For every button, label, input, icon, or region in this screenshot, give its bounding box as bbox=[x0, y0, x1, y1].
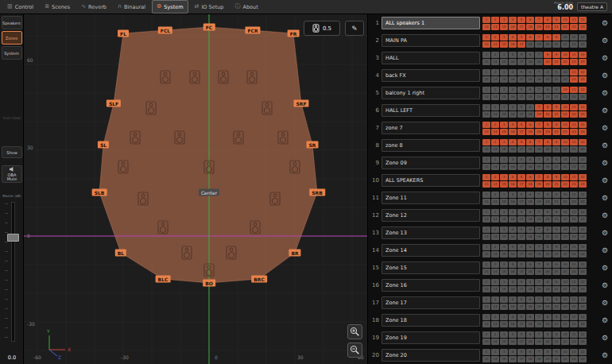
speaker-cell[interactable]: 3 bbox=[500, 139, 508, 145]
speaker-cell[interactable]: 12 bbox=[579, 139, 587, 145]
speaker-cell[interactable]: 7 bbox=[535, 209, 543, 215]
speaker-cell[interactable]: 7 bbox=[535, 244, 543, 250]
speaker-cell[interactable]: 2 bbox=[491, 314, 499, 320]
speaker-cell[interactable]: 18 bbox=[526, 304, 534, 310]
speaker-cell[interactable]: 6 bbox=[526, 192, 534, 198]
speaker-cell[interactable]: 21 bbox=[552, 199, 560, 205]
speaker-cell[interactable]: 19 bbox=[535, 356, 543, 362]
speaker-cell[interactable]: 22 bbox=[561, 304, 569, 310]
speaker-cell[interactable]: 2 bbox=[491, 157, 499, 163]
speaker-cell[interactable]: 17 bbox=[517, 304, 525, 310]
speaker-cell[interactable]: 19 bbox=[535, 76, 543, 83]
speaker-cell[interactable]: 5 bbox=[517, 17, 525, 23]
speaker-cell[interactable]: 2 bbox=[491, 261, 499, 268]
speaker-cell[interactable]: 16 bbox=[509, 24, 517, 30]
speaker-cell[interactable]: 18 bbox=[526, 286, 534, 292]
speaker-cell[interactable]: 19 bbox=[535, 181, 543, 188]
speaker-cell[interactable]: 18 bbox=[526, 94, 534, 100]
speaker-cell[interactable]: 10 bbox=[561, 209, 569, 215]
speaker-cell[interactable]: 13 bbox=[482, 356, 490, 362]
speaker-cell[interactable]: 22 bbox=[561, 41, 569, 48]
speaker-cell[interactable]: 21 bbox=[552, 94, 560, 100]
speaker-cell[interactable]: 24 bbox=[579, 304, 587, 310]
speaker-cell[interactable]: 4 bbox=[509, 87, 517, 93]
speaker-cell[interactable]: 13 bbox=[482, 181, 490, 188]
speaker-cell[interactable]: 2 bbox=[491, 17, 499, 23]
speaker-cell[interactable]: 14 bbox=[491, 199, 499, 205]
speaker-cell[interactable]: 21 bbox=[552, 304, 560, 310]
speaker-cell[interactable]: 1 bbox=[482, 331, 490, 338]
speaker-cell[interactable]: 12 bbox=[579, 69, 587, 76]
speaker-cell[interactable]: 8 bbox=[544, 261, 552, 268]
zone-settings-gear-icon[interactable]: ⚙ bbox=[602, 37, 608, 45]
speaker-cell[interactable]: 23 bbox=[570, 339, 578, 345]
speaker-cell[interactable]: 8 bbox=[544, 331, 552, 338]
speaker-cell[interactable]: 5 bbox=[517, 244, 525, 250]
speaker-cell[interactable]: 19 bbox=[535, 251, 543, 258]
speaker-cell[interactable]: 5 bbox=[517, 331, 525, 338]
speaker-cell[interactable]: 16 bbox=[509, 356, 517, 362]
speaker-cell[interactable]: 1 bbox=[482, 174, 490, 180]
speaker-cell[interactable]: 6 bbox=[526, 157, 534, 163]
speaker-cell[interactable]: 23 bbox=[570, 129, 578, 135]
speaker-cell[interactable]: 23 bbox=[570, 304, 578, 310]
speaker-cell[interactable]: 11 bbox=[570, 296, 578, 303]
speaker-cell[interactable]: 5 bbox=[517, 279, 525, 285]
speaker-cell[interactable]: 4 bbox=[509, 261, 517, 268]
speaker-cell[interactable]: 17 bbox=[517, 216, 525, 223]
speaker-cell[interactable]: 10 bbox=[561, 17, 569, 23]
speaker-cell[interactable]: 1 bbox=[482, 34, 490, 41]
speaker-cell[interactable]: 14 bbox=[491, 339, 499, 345]
speaker-cell[interactable]: 20 bbox=[544, 111, 552, 118]
speaker-cell[interactable]: 1 bbox=[482, 104, 490, 110]
speaker-cell[interactable]: 23 bbox=[570, 146, 578, 153]
speaker-cell[interactable]: 16 bbox=[509, 304, 517, 310]
zone-name[interactable]: zone 8 bbox=[382, 139, 480, 152]
speaker-cell[interactable]: 24 bbox=[579, 129, 587, 135]
zone-name[interactable]: Zone 20 bbox=[382, 349, 480, 362]
speaker-cell[interactable]: 16 bbox=[509, 76, 517, 83]
speaker-cell[interactable]: 17 bbox=[517, 286, 525, 292]
tab-system[interactable]: ⚙System bbox=[152, 0, 188, 14]
speaker-cell[interactable]: 8 bbox=[544, 349, 552, 355]
speaker-cell[interactable]: 4 bbox=[509, 104, 517, 110]
speaker-cell[interactable]: 1 bbox=[482, 17, 490, 23]
speaker-cell[interactable]: 22 bbox=[561, 181, 569, 188]
speaker-cell[interactable]: 17 bbox=[517, 111, 525, 118]
speaker-cell[interactable]: 20 bbox=[544, 146, 552, 153]
speaker-cell[interactable]: 16 bbox=[509, 321, 517, 327]
speaker-cell[interactable]: 3 bbox=[500, 227, 508, 233]
speaker-cell[interactable]: 3 bbox=[500, 314, 508, 320]
speaker-cell[interactable]: 15 bbox=[500, 286, 508, 292]
speaker-cell[interactable]: 23 bbox=[570, 164, 578, 170]
speaker-cell[interactable]: 20 bbox=[544, 199, 552, 205]
speaker-cell[interactable]: 3 bbox=[500, 104, 508, 110]
speaker-cell[interactable]: 18 bbox=[526, 269, 534, 275]
speaker-cell[interactable]: 7 bbox=[535, 34, 543, 41]
speaker-cell[interactable]: 13 bbox=[482, 234, 490, 240]
speaker-cell[interactable]: 14 bbox=[491, 41, 499, 48]
speaker-cell[interactable]: 2 bbox=[491, 52, 499, 58]
speaker-cell[interactable]: 21 bbox=[552, 164, 560, 170]
speaker-cell[interactable]: 12 bbox=[579, 209, 587, 215]
speaker-cell[interactable]: 15 bbox=[500, 76, 508, 83]
speaker-cell[interactable]: 8 bbox=[544, 139, 552, 145]
speaker-cell[interactable]: 1 bbox=[482, 157, 490, 163]
zone-name[interactable]: Zone 18 bbox=[382, 314, 480, 327]
zone-settings-gear-icon[interactable]: ⚙ bbox=[602, 176, 608, 184]
speaker-cell[interactable]: 24 bbox=[579, 269, 587, 275]
speaker-cell[interactable]: 7 bbox=[535, 349, 543, 355]
speaker-cell[interactable]: 17 bbox=[517, 269, 525, 275]
speaker-cell[interactable]: 15 bbox=[500, 199, 508, 205]
tab-control[interactable]: ▥Control bbox=[2, 0, 38, 14]
speaker-cell[interactable]: 17 bbox=[517, 164, 525, 170]
speaker-cell[interactable]: 5 bbox=[517, 209, 525, 215]
speaker-cell[interactable]: 23 bbox=[570, 94, 578, 100]
speaker-cell[interactable]: 18 bbox=[526, 356, 534, 362]
speaker-cell[interactable]: 6 bbox=[526, 52, 534, 58]
speaker-cell[interactable]: 6 bbox=[526, 104, 534, 110]
speaker-cell[interactable]: 11 bbox=[570, 227, 578, 233]
speaker-cell[interactable]: 7 bbox=[535, 122, 543, 128]
speaker-cell[interactable]: 2 bbox=[491, 227, 499, 233]
speaker-cell[interactable]: 17 bbox=[517, 59, 525, 65]
